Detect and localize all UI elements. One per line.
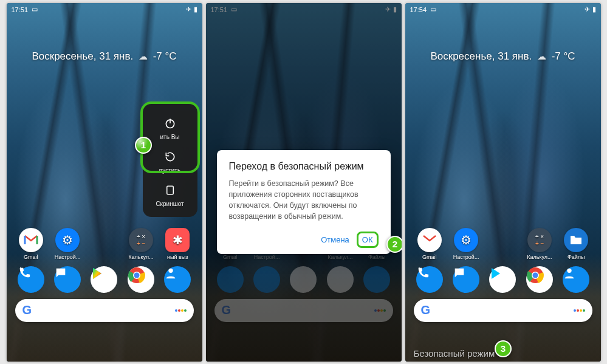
- cancel-button[interactable]: Отмена: [316, 232, 354, 248]
- dock-contacts[interactable]: [164, 266, 191, 293]
- badge-3: 3: [494, 340, 512, 358]
- gmail-icon: [19, 228, 43, 252]
- gmail-label: Gmail: [24, 254, 38, 260]
- svg-rect-2: [166, 186, 173, 194]
- app-calc[interactable]: ÷ ×+ −Калькул...: [523, 228, 556, 260]
- status-time: 17:54: [410, 6, 427, 13]
- screenshot-icon: ▭: [430, 5, 436, 13]
- triptych: 17:51▭ ✈▮ Воскресенье, 31 янв. -7 °C ить…: [7, 3, 601, 362]
- status-bar: 17:54▭ ✈▮: [405, 3, 601, 16]
- svg-text:÷ ×: ÷ ×: [137, 233, 145, 240]
- dialog-buttons: Отмена ОК: [229, 232, 379, 248]
- airplane-icon: ✈: [585, 5, 590, 13]
- assistant-icon[interactable]: [574, 309, 585, 312]
- screen-2: 17:51▭ ✈▮ Переход в безопасный режим Пер…: [206, 3, 402, 362]
- gmail-icon: [417, 228, 442, 252]
- assistant-icon[interactable]: [175, 309, 187, 312]
- files-icon: [564, 228, 588, 252]
- app-settings[interactable]: ⚙Настрой...: [51, 228, 84, 260]
- temp-text: -7 °C: [153, 50, 177, 62]
- app-calc[interactable]: ÷ ×+ −Калькул...: [124, 228, 157, 260]
- svg-text:2: 2: [392, 239, 397, 249]
- dock-messages[interactable]: [453, 266, 479, 293]
- app-gmail[interactable]: Gmail: [413, 228, 446, 260]
- app-settings[interactable]: ⚙Настрой...: [450, 228, 483, 260]
- temp-text: -7 °C: [552, 50, 575, 62]
- dialog-body: Перейти в безопасный режим? Все приложен…: [229, 178, 379, 222]
- svg-text:+ −: + −: [535, 240, 544, 247]
- svg-point-12: [169, 268, 173, 272]
- date-text: Воскресенье, 31 янв.: [32, 50, 133, 62]
- date-text: Воскресенье, 31 янв.: [430, 50, 532, 62]
- ecall-label: ный выз: [167, 254, 188, 260]
- home-apps: Gmail ⚙Настрой... x ÷ ×+ −Калькул... ✱ны…: [7, 228, 202, 362]
- badge-2: 2: [386, 235, 402, 253]
- app-gmail[interactable]: Gmail: [14, 228, 47, 260]
- svg-text:3: 3: [500, 343, 505, 354]
- search-bar[interactable]: G: [15, 299, 194, 322]
- svg-point-19: [532, 272, 538, 278]
- svg-text:÷ ×: ÷ ×: [535, 233, 544, 240]
- dock-play[interactable]: [489, 266, 516, 293]
- ecall-icon: ✱: [165, 228, 190, 252]
- app-ecall[interactable]: ✱ный выз: [161, 228, 194, 260]
- dock: [7, 261, 202, 295]
- dock-messages[interactable]: [54, 266, 81, 293]
- screenshot-label: Скриншот: [145, 201, 195, 207]
- battery-icon: ▮: [194, 5, 197, 13]
- svg-point-11: [134, 272, 139, 278]
- dock-phone[interactable]: [18, 266, 44, 293]
- badge-1: 1: [134, 136, 153, 154]
- calc-icon: ÷ ×+ −: [129, 228, 153, 252]
- date-widget[interactable]: Воскресенье, 31 янв. -7 °C: [405, 50, 601, 63]
- battery-icon: ▮: [592, 5, 596, 13]
- status-time: 17:51: [12, 6, 29, 13]
- search-bar[interactable]: G: [414, 299, 592, 322]
- airplane-icon: ✈: [186, 5, 191, 13]
- svg-text:+ −: + −: [137, 240, 146, 247]
- dock-phone[interactable]: [416, 266, 443, 293]
- safemode-dialog: Переход в безопасный режим Перейти в без…: [217, 150, 391, 255]
- dock: [405, 261, 601, 295]
- dock-chrome[interactable]: [526, 266, 553, 293]
- dialog-title: Переход в безопасный режим: [229, 161, 379, 172]
- weather-icon: [537, 50, 546, 62]
- settings-icon: ⚙: [55, 228, 80, 252]
- weather-icon: [139, 50, 148, 62]
- google-logo: G: [421, 303, 431, 317]
- calc-label: Калькул...: [128, 254, 153, 260]
- status-bar: 17:51▭ ✈▮: [7, 3, 202, 16]
- screen-3: 17:54▭ ✈▮ Воскресенье, 31 янв. -7 °C Gma…: [405, 3, 601, 362]
- app-files[interactable]: Файлы: [560, 228, 593, 260]
- svg-point-20: [568, 268, 572, 272]
- dock-chrome[interactable]: [128, 266, 154, 293]
- safemode-label: Безопасный режим: [414, 348, 495, 359]
- dock-play[interactable]: [91, 266, 117, 293]
- svg-text:1: 1: [140, 140, 145, 150]
- screenshot-button[interactable]: Скриншот: [145, 182, 195, 207]
- google-logo: G: [22, 303, 32, 317]
- screen-1: 17:51▭ ✈▮ Воскресенье, 31 янв. -7 °C ить…: [7, 3, 202, 362]
- screenshot-icon: ▭: [32, 5, 38, 13]
- date-widget[interactable]: Воскресенье, 31 янв. -7 °C: [7, 50, 202, 63]
- settings-label: Настрой...: [55, 254, 81, 260]
- dock-contacts[interactable]: [563, 266, 589, 293]
- settings-icon: ⚙: [454, 228, 478, 252]
- ok-button[interactable]: ОК: [357, 232, 379, 248]
- calc-icon: ÷ ×+ −: [527, 228, 552, 252]
- screenshot-button-icon: [162, 182, 178, 198]
